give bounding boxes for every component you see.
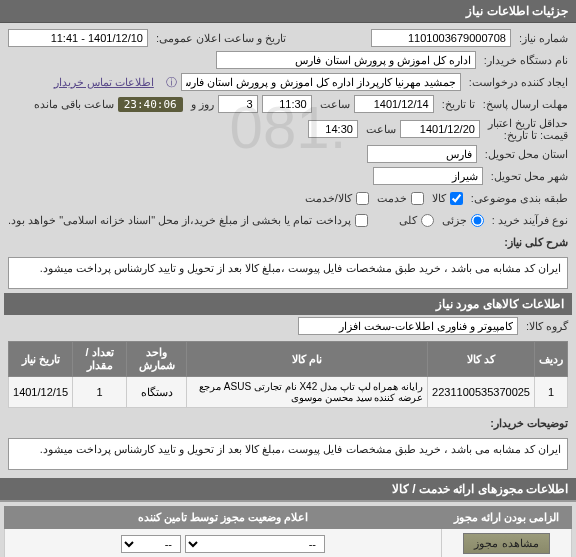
th-date: تاریخ نیاز (9, 342, 73, 377)
main-form: .081 شماره نیاز: تاریخ و ساعت اعلان عموم… (0, 23, 576, 478)
status-table: الزامی بودن ارائه مجوز اعلام وضعیت مجوز … (4, 506, 572, 557)
buyer-org-input[interactable] (216, 51, 476, 69)
min-valid-label1: حداقل تاریخ اعتبار (484, 117, 568, 129)
goods-service-checkbox[interactable] (356, 192, 369, 205)
cell-qty: 1 (73, 377, 127, 408)
exec-city-input[interactable] (373, 167, 483, 185)
status-row: مشاهده مجوز -- -- (5, 529, 572, 557)
cell-idx: 1 (535, 377, 568, 408)
items-title: اطلاعات کالاهای مورد نیاز (4, 293, 572, 315)
group-input[interactable] (298, 317, 518, 335)
announce-input[interactable] (8, 29, 148, 47)
day-label: روز و (187, 98, 214, 111)
creator-label: ایجاد کننده درخواست: (465, 76, 568, 89)
table-row[interactable]: 1 2231100535370025 رایانه همراه لپ تاپ م… (9, 377, 568, 408)
service-label: خدمت (373, 192, 407, 205)
cell-name: رایانه همراه لپ تاپ مدل X42 نام تجارتی A… (186, 377, 427, 408)
th-unit: واحد شمارش (127, 342, 187, 377)
page-title: جزئیات اطلاعات نیاز (466, 4, 568, 18)
exec-city-label: شهر محل تحویل: (487, 170, 568, 183)
th-name: نام کالا (186, 342, 427, 377)
pay-note: پرداخت تمام یا بخشی از مبلغ خرید،از محل … (8, 214, 351, 227)
th-declare: اعلام وضعیت مجوز توسط تامین کننده (5, 507, 442, 529)
total-radio[interactable] (421, 214, 434, 227)
th-qty: تعداد / مقدار (73, 342, 127, 377)
view-license-button[interactable]: مشاهده مجوز (463, 533, 549, 554)
need-no-label: شماره نیاز: (515, 32, 568, 45)
status-select-1[interactable]: -- (185, 535, 325, 553)
th-mandatory: الزامی بودن ارائه مجوز (442, 507, 572, 529)
announce-label: تاریخ و ساعت اعلان عمومی: (152, 32, 286, 45)
desc-box: ایران کد مشابه می باشد ، خرید طبق مشخصات… (8, 257, 568, 289)
days-input[interactable] (218, 95, 258, 113)
partial-label: جزئی (438, 214, 467, 227)
goods-checkbox[interactable] (450, 192, 463, 205)
service-checkbox[interactable] (411, 192, 424, 205)
time-label-1: ساعت (316, 98, 350, 111)
class-label: طبقه بندی موضوعی: (467, 192, 568, 205)
send-date-input[interactable] (354, 95, 434, 113)
time-label-2: ساعت (362, 123, 396, 136)
send-deadline-label: مهلت ارسال پاسخ: (479, 98, 568, 111)
min-valid-label2: قیمت: تا تاریخ: (484, 129, 568, 141)
creator-input[interactable] (181, 73, 461, 91)
proc-type-label: نوع فرآیند خرید : (488, 214, 568, 227)
buyer-note-label: توضیحات خریدار: (486, 417, 568, 430)
remain-label: ساعت باقی مانده (30, 98, 114, 111)
goods-label: کالا (428, 192, 446, 205)
exec-prov-label: استان محل تحویل: (481, 148, 568, 161)
paynote-checkbox[interactable] (355, 214, 368, 227)
page-title-bar: جزئیات اطلاعات نیاز (0, 0, 576, 23)
cell-unit: دستگاه (127, 377, 187, 408)
valid-date-input[interactable] (400, 120, 480, 138)
partial-radio[interactable] (471, 214, 484, 227)
th-code: کد کالا (428, 342, 535, 377)
items-table: ردیف کد کالا نام کالا واحد شمارش تعداد /… (8, 341, 568, 408)
buyer-note-box: ایران کد مشابه می باشد ، خرید طبق مشخصات… (8, 438, 568, 470)
info-icon: ⓘ (166, 75, 177, 90)
total-label: کلی (395, 214, 417, 227)
goods-service-label: کالا/خدمت (301, 192, 352, 205)
need-no-input[interactable] (371, 29, 511, 47)
valid-time-input[interactable] (308, 120, 358, 138)
exec-prov-input[interactable] (367, 145, 477, 163)
bottom-section: الزامی بودن ارائه مجوز اعلام وضعیت مجوز … (0, 500, 576, 557)
cell-code: 2231100535370025 (428, 377, 535, 408)
contact-link[interactable]: اطلاعات تماس خریدار (54, 76, 154, 89)
group-label: گروه کالا: (522, 320, 568, 333)
licenses-title: اطلاعات مجوزهای ارائه خدمت / کالا (0, 478, 576, 500)
buyer-org-label: نام دستگاه خریدار: (480, 54, 568, 67)
th-row: ردیف (535, 342, 568, 377)
desc-title: شرح کلی نیاز: (500, 236, 568, 249)
send-time-input[interactable] (262, 95, 312, 113)
countdown-timer: 23:40:06 (118, 97, 183, 112)
cell-date: 1401/12/15 (9, 377, 73, 408)
send-deadline-till: تا تاریخ: (438, 98, 475, 111)
status-select-2[interactable]: -- (121, 535, 181, 553)
